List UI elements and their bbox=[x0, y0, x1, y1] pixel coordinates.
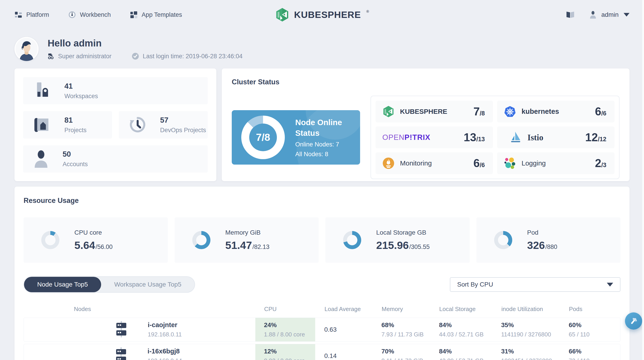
count-total: /6 bbox=[480, 162, 485, 169]
book-icon[interactable] bbox=[566, 11, 575, 19]
gauge-memory: Memory GiB 51.47 /82.13 bbox=[174, 218, 319, 263]
component-count: 13 /13 bbox=[464, 131, 485, 144]
table-controls: Node Usage Top5 Workspace Usage Top5 Sor… bbox=[24, 276, 620, 293]
storage-percent: 84% bbox=[439, 348, 492, 355]
stat-text: 57 DevOps Projects bbox=[160, 116, 206, 134]
stat-value: 41 bbox=[64, 82, 98, 90]
storage-detail: 43.89 / 52.71 GB bbox=[439, 357, 492, 360]
count-value: 6 bbox=[595, 105, 601, 118]
nav-item-platform[interactable]: Platform bbox=[14, 11, 49, 18]
pods-cell: 66% 72 / 110 bbox=[560, 344, 620, 360]
avatar[interactable] bbox=[14, 37, 38, 61]
table-row[interactable]: i-16x6bgj8 192.168.0.14 12% 0.93 / 8.00 … bbox=[24, 344, 620, 360]
memory-detail: 8.11 / 11.73 GiB bbox=[382, 357, 430, 360]
gauge-total: /880 bbox=[545, 244, 558, 250]
user-name: admin bbox=[601, 11, 618, 18]
node-server-icon bbox=[114, 347, 128, 360]
cpu-percent: 12% bbox=[264, 348, 315, 355]
kubesphere-logo[interactable]: KUBESPHERE ® bbox=[275, 8, 369, 22]
all-nodes-label: All Nodes: 8 bbox=[295, 151, 360, 158]
gauge-total: /56.00 bbox=[96, 244, 112, 250]
main-content: 41 Workspaces 81 Projects bbox=[0, 68, 644, 360]
gauges-row: CPU core 5.64 /56.00 Memory GiB 51.47 /8… bbox=[24, 218, 620, 263]
node-online-status-panel[interactable]: 7/8 Node Online Status Online Nodes: 7 A… bbox=[232, 110, 360, 164]
node-name[interactable]: i-caojnter bbox=[148, 321, 182, 329]
user-menu[interactable]: admin bbox=[590, 11, 630, 18]
nav-item-workbench[interactable]: Workbench bbox=[68, 11, 111, 18]
devops-icon bbox=[129, 116, 146, 133]
component-openpitrix[interactable]: OPENP!TRIX 13 /13 bbox=[376, 126, 493, 148]
storage-percent: 84% bbox=[439, 322, 492, 329]
component-name: Monitoring bbox=[400, 159, 432, 167]
gauge-pod: Pod 326 /880 bbox=[476, 218, 621, 263]
nav-item-label: Workbench bbox=[80, 11, 111, 18]
stat-value: 50 bbox=[62, 150, 88, 158]
summary-row: 41 Workspaces 81 Projects bbox=[14, 68, 630, 181]
gauge-text: Local Storage GB 215.96 /305.55 bbox=[376, 229, 430, 252]
openpitrix-logo-light: OPEN bbox=[382, 133, 404, 142]
tab-workspace-usage-top5[interactable]: Workspace Usage Top5 bbox=[101, 277, 194, 292]
avatar-illustration bbox=[14, 37, 38, 61]
header-inode-utilization: inode Utilization bbox=[492, 306, 560, 312]
nav-item-label: Platform bbox=[26, 11, 49, 18]
node-usage-table: Nodes CPU Load Average Memory Local Stor… bbox=[24, 300, 620, 360]
stat-value: 81 bbox=[64, 116, 86, 124]
hero-meta: Super administrator Last login time: 201… bbox=[48, 52, 242, 60]
stat-label: DevOps Projects bbox=[160, 127, 206, 134]
cpu-cell: 24% 1.88 / 8.00 core bbox=[255, 318, 315, 342]
stat-devops-projects[interactable]: 57 DevOps Projects bbox=[119, 111, 208, 138]
openpitrix-logo-bold: P!TRIX bbox=[404, 133, 430, 142]
pods-percent: 60% bbox=[569, 322, 620, 329]
stat-accounts[interactable]: 50 Accounts bbox=[23, 145, 208, 172]
openpitrix-logo: OPENP!TRIX bbox=[382, 133, 430, 142]
gauge-label: Pod bbox=[527, 229, 558, 236]
pod-donut bbox=[494, 231, 512, 249]
tab-node-usage-top5[interactable]: Node Usage Top5 bbox=[24, 277, 101, 292]
cpu-cell: 12% 0.93 / 8.00 core bbox=[255, 344, 315, 360]
header-nodes: Nodes bbox=[24, 306, 256, 312]
gauge-text: Memory GiB 51.47 /82.13 bbox=[226, 229, 270, 252]
component-name: KUBESPHERE bbox=[400, 108, 447, 116]
stat-label: Projects bbox=[64, 127, 86, 134]
inode-detail: 1141190 / 3276800 bbox=[501, 331, 560, 338]
sort-by-value: Sort By CPU bbox=[457, 281, 493, 288]
component-name: Logging bbox=[522, 159, 546, 167]
header-cpu: CPU bbox=[256, 306, 316, 312]
count-value: 6 bbox=[474, 157, 480, 170]
stat-projects[interactable]: 81 Projects bbox=[23, 111, 112, 138]
stat-workspaces[interactable]: 41 Workspaces bbox=[23, 77, 208, 104]
component-name: Istio bbox=[528, 132, 543, 142]
cluster-status-title: Cluster Status bbox=[232, 78, 620, 86]
count-value: 13 bbox=[464, 131, 476, 144]
component-monitoring[interactable]: Monitoring 6 /6 bbox=[376, 152, 493, 174]
node-server-icon bbox=[115, 321, 128, 338]
gauge-total: /82.13 bbox=[252, 244, 270, 250]
gauge-used: 51.47 bbox=[226, 239, 252, 252]
node-name[interactable]: i-16x6bgj8 bbox=[148, 348, 182, 355]
component-kubesphere[interactable]: KUBESPHERE 7 /8 bbox=[376, 101, 493, 122]
component-logging[interactable]: Logging 2 /3 bbox=[497, 152, 614, 174]
node-cell: i-16x6bgj8 192.168.0.14 bbox=[24, 344, 255, 360]
scrollbar-track[interactable] bbox=[642, 0, 644, 360]
component-istio[interactable]: Istio 12 /12 bbox=[497, 126, 614, 148]
toolbox-fab[interactable] bbox=[625, 312, 642, 330]
memory-cell: 68% 7.93 / 11.73 GiB bbox=[372, 318, 430, 342]
nav-item-app-templates[interactable]: App Templates bbox=[130, 11, 182, 18]
page-title: Hello admin bbox=[48, 38, 242, 49]
sort-by-select[interactable]: Sort By CPU bbox=[450, 277, 620, 292]
table-row[interactable]: i-caojnter 192.168.0.11 24% 1.88 / 8.00 … bbox=[24, 318, 620, 342]
clock-icon bbox=[132, 52, 139, 60]
node-online-donut: 7/8 bbox=[241, 116, 285, 159]
workbench-icon bbox=[68, 11, 76, 18]
gauge-text: CPU core 5.64 /56.00 bbox=[74, 229, 113, 252]
nav-right: admin bbox=[566, 11, 630, 19]
header-local-storage: Local Storage bbox=[430, 306, 492, 312]
component-kubernetes[interactable]: kubernetes 6 /6 bbox=[497, 101, 614, 122]
gauge-total: /305.55 bbox=[409, 244, 430, 250]
logging-icon bbox=[504, 157, 516, 169]
istio-icon bbox=[510, 131, 521, 144]
cpu-detail: 0.93 / 8.00 core bbox=[264, 357, 315, 360]
stat-text: 41 Workspaces bbox=[64, 82, 98, 100]
stat-text: 81 Projects bbox=[64, 116, 86, 134]
nav-left: Platform Workbench App Templates bbox=[14, 11, 182, 18]
